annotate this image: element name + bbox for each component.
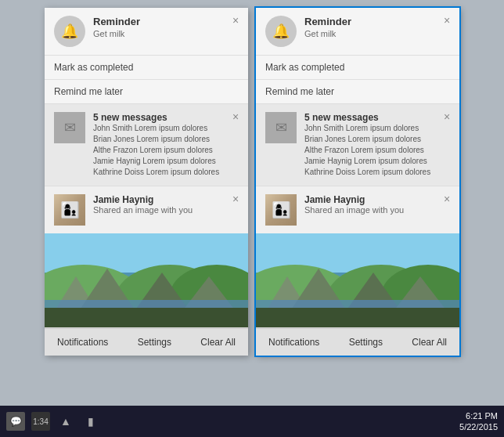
email-icon-left: ✉ <box>54 112 85 143</box>
clear-all-btn-left[interactable]: Clear All <box>197 335 239 349</box>
reminder-close-left[interactable]: × <box>229 14 242 27</box>
email-content-left: 5 new messages John Smith Lorem ipsum do… <box>93 112 239 178</box>
share-name-right: Jamie Haynig <box>304 194 450 205</box>
remind-later-right[interactable]: Remind me later <box>256 80 459 103</box>
wifi-icon[interactable]: ▲ <box>56 412 75 431</box>
email-icon-right: ✉ <box>265 112 297 143</box>
mark-completed-right[interactable]: Mark as completed <box>256 56 459 80</box>
reminder-subtitle-right: Get milk <box>304 29 450 38</box>
email-line-3-left: Althe Frazon Lorem ipsum dolores <box>93 145 239 156</box>
mark-completed-left[interactable]: Mark as completed <box>45 56 248 80</box>
reminder-card-right: 🔔 Reminder Get milk × <box>256 8 459 56</box>
taskbar-left: 💬 1:34 ▲ ▮ <box>6 412 100 431</box>
time-display: 1:34 <box>31 412 50 431</box>
svg-rect-19 <box>256 308 459 327</box>
envelope-icon-left: ✉ <box>64 119 76 136</box>
email-count-right: 5 new messages <box>304 112 450 123</box>
reminder-title-right: Reminder <box>304 16 450 27</box>
right-panel-footer: Notifications Settings Clear All <box>256 328 459 356</box>
left-notification-panel: 🔔 Reminder Get milk × Mark as completed … <box>45 8 248 356</box>
email-line-1-left: John Smith Lorem ipsum dolores <box>93 123 239 134</box>
email-content-right: 5 new messages John Smith Lorem ipsum do… <box>304 112 450 178</box>
landscape-svg-left <box>45 233 248 327</box>
share-subtitle-left: Shared an image with you <box>93 205 239 215</box>
email-line-4-left: Jamie Haynig Lorem ipsum dolores <box>93 156 239 167</box>
email-count-left: 5 new messages <box>93 112 239 123</box>
share-close-right[interactable]: × <box>441 193 453 205</box>
share-close-left[interactable]: × <box>229 193 242 205</box>
reminder-title-left: Reminder <box>93 16 239 27</box>
notifications-btn-left[interactable]: Notifications <box>54 335 111 349</box>
share-avatar-right: 👩‍👦 <box>265 194 297 226</box>
bell-icon-left: 🔔 <box>61 23 78 40</box>
share-image-right <box>256 233 459 327</box>
email-close-right[interactable]: × <box>441 110 453 123</box>
email-card-right: ✉ 5 new messages John Smith Lorem ipsum … <box>256 104 459 186</box>
share-header-left: 👩‍👦 Jamie Haynig Shared an image with yo… <box>45 186 248 233</box>
share-header-right: 👩‍👦 Jamie Haynig Shared an image with yo… <box>256 186 459 233</box>
email-card-left: ✉ 5 new messages John Smith Lorem ipsum … <box>45 104 248 186</box>
share-content-left: Jamie Haynig Shared an image with you <box>93 194 239 215</box>
email-line-1-right: John Smith Lorem ipsum dolores <box>304 123 450 134</box>
desktop-area: 🔔 Reminder Get milk × Mark as completed … <box>0 0 504 406</box>
taskbar-time-area: 6:21 PM 5/22/2015 <box>459 410 498 433</box>
share-content-right: Jamie Haynig Shared an image with you <box>304 194 450 215</box>
settings-btn-left[interactable]: Settings <box>135 335 175 349</box>
email-line-2-right: Brian Jones Lorem ipsum dolores <box>304 134 450 145</box>
remind-later-left[interactable]: Remind me later <box>45 80 248 103</box>
battery-icon[interactable]: ▮ <box>81 412 100 431</box>
reminder-content-left: Reminder Get milk <box>93 16 239 38</box>
email-line-4-right: Jamie Haynig Lorem ipsum dolores <box>304 156 450 167</box>
reminder-subtitle-left: Get milk <box>93 29 239 38</box>
reminder-avatar-right: 🔔 <box>265 16 297 47</box>
share-card-right: 👩‍👦 Jamie Haynig Shared an image with yo… <box>256 186 459 328</box>
clock-date: 5/22/2015 <box>459 421 498 432</box>
share-image-left <box>45 233 248 327</box>
landscape-svg-right <box>256 233 459 327</box>
reminder-card-left: 🔔 Reminder Get milk × <box>45 8 248 56</box>
email-close-left[interactable]: × <box>229 110 242 123</box>
email-line-5-left: Kathrine Doiss Lorem ipsum dolores <box>93 167 239 178</box>
chat-icon[interactable]: 💬 <box>6 412 25 431</box>
reminder-actions-right: Mark as completed Remind me later <box>256 56 459 104</box>
share-name-left: Jamie Haynig <box>93 194 239 205</box>
clear-all-btn-right[interactable]: Clear All <box>409 335 450 349</box>
reminder-close-right[interactable]: × <box>441 14 453 27</box>
taskbar: 💬 1:34 ▲ ▮ 6:21 PM 5/22/2015 <box>0 406 504 437</box>
notifications-btn-right[interactable]: Notifications <box>265 335 322 349</box>
email-line-5-right: Kathrine Doiss Lorem ipsum dolores <box>304 167 450 178</box>
reminder-actions-left: Mark as completed Remind me later <box>45 56 248 104</box>
share-avatar-left: 👩‍👦 <box>54 194 85 226</box>
share-card-left: 👩‍👦 Jamie Haynig Shared an image with yo… <box>45 186 248 328</box>
reminder-avatar-left: 🔔 <box>54 16 85 47</box>
svg-rect-9 <box>45 308 248 327</box>
reminder-content-right: Reminder Get milk <box>304 16 450 38</box>
email-line-2-left: Brian Jones Lorem ipsum dolores <box>93 134 239 145</box>
bell-icon-right: 🔔 <box>272 23 290 40</box>
right-notification-panel: 🔔 Reminder Get milk × Mark as completed … <box>256 8 459 356</box>
settings-btn-right[interactable]: Settings <box>346 335 386 349</box>
share-subtitle-right: Shared an image with you <box>304 205 450 215</box>
envelope-icon-right: ✉ <box>275 119 287 136</box>
left-panel-footer: Notifications Settings Clear All <box>45 328 248 356</box>
clock-time: 6:21 PM <box>459 410 498 421</box>
email-line-3-right: Althe Frazon Lorem ipsum dolores <box>304 145 450 156</box>
